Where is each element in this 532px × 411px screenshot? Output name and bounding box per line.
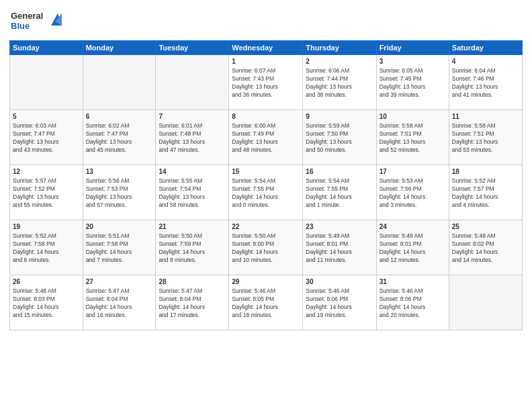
calendar-cell [156,55,229,110]
day-info: Sunrise: 5:54 AM Sunset: 7:55 PM Dayligh… [306,177,373,210]
day-info: Sunrise: 5:54 AM Sunset: 7:55 PM Dayligh… [232,177,300,210]
calendar-cell [83,55,156,110]
day-info: Sunrise: 5:56 AM Sunset: 7:53 PM Dayligh… [86,177,153,210]
calendar-cell: 12Sunrise: 5:57 AM Sunset: 7:52 PM Dayli… [10,165,83,220]
weekday-header-friday: Friday [376,41,449,55]
day-number: 7 [159,112,226,122]
day-number: 1 [232,57,300,66]
calendar-cell: 30Sunrise: 5:46 AM Sunset: 8:06 PM Dayli… [303,275,376,330]
svg-text:Blue: Blue [11,21,30,31]
calendar-header-row: SundayMondayTuesdayWednesdayThursdayFrid… [10,41,523,55]
calendar-week-1: 1Sunrise: 6:07 AM Sunset: 7:43 PM Daylig… [10,55,523,110]
day-number: 25 [452,222,519,232]
day-number: 24 [380,222,446,232]
calendar-cell: 28Sunrise: 5:47 AM Sunset: 8:04 PM Dayli… [156,275,229,330]
day-number: 18 [452,167,519,177]
header: General Blue [9,7,523,36]
day-number: 29 [232,277,300,287]
calendar-cell: 27Sunrise: 5:47 AM Sunset: 8:04 PM Dayli… [83,275,156,330]
calendar: SundayMondayTuesdayWednesdayThursdayFrid… [9,40,523,330]
calendar-cell: 21Sunrise: 5:50 AM Sunset: 7:59 PM Dayli… [156,220,229,275]
calendar-cell: 2Sunrise: 6:06 AM Sunset: 7:44 PM Daylig… [303,55,376,110]
calendar-week-5: 26Sunrise: 5:48 AM Sunset: 8:03 PM Dayli… [10,275,523,330]
weekday-header-saturday: Saturday [449,41,522,55]
day-info: Sunrise: 6:04 AM Sunset: 7:46 PM Dayligh… [452,67,519,99]
calendar-cell: 8Sunrise: 6:00 AM Sunset: 7:49 PM Daylig… [229,110,303,165]
day-number: 12 [13,167,80,177]
day-number: 14 [159,167,226,177]
day-info: Sunrise: 5:46 AM Sunset: 8:06 PM Dayligh… [380,287,446,320]
calendar-cell: 3Sunrise: 6:05 AM Sunset: 7:45 PM Daylig… [376,55,449,110]
day-info: Sunrise: 5:52 AM Sunset: 7:57 PM Dayligh… [452,177,519,210]
day-info: Sunrise: 5:46 AM Sunset: 8:05 PM Dayligh… [232,287,300,320]
day-number: 20 [86,222,153,232]
day-info: Sunrise: 5:53 AM Sunset: 7:56 PM Dayligh… [380,177,446,210]
calendar-cell: 9Sunrise: 5:59 AM Sunset: 7:50 PM Daylig… [303,110,376,165]
weekday-header-monday: Monday [83,41,156,55]
day-info: Sunrise: 5:47 AM Sunset: 8:04 PM Dayligh… [86,287,153,320]
day-number: 28 [159,277,226,287]
calendar-cell: 20Sunrise: 5:51 AM Sunset: 7:58 PM Dayli… [83,220,156,275]
day-number: 27 [86,277,153,287]
day-info: Sunrise: 5:50 AM Sunset: 7:59 PM Dayligh… [159,232,226,265]
calendar-cell: 19Sunrise: 5:52 AM Sunset: 7:58 PM Dayli… [10,220,83,275]
calendar-cell: 15Sunrise: 5:54 AM Sunset: 7:55 PM Dayli… [229,165,303,220]
calendar-cell: 13Sunrise: 5:56 AM Sunset: 7:53 PM Dayli… [83,165,156,220]
weekday-header-tuesday: Tuesday [156,41,229,55]
day-info: Sunrise: 5:58 AM Sunset: 7:51 PM Dayligh… [452,122,519,154]
day-number: 10 [380,112,446,122]
day-number: 2 [306,57,373,66]
day-info: Sunrise: 5:49 AM Sunset: 8:01 PM Dayligh… [380,232,446,265]
weekday-header-wednesday: Wednesday [229,41,303,55]
day-info: Sunrise: 5:59 AM Sunset: 7:50 PM Dayligh… [306,122,373,154]
day-info: Sunrise: 6:01 AM Sunset: 7:48 PM Dayligh… [159,122,226,154]
calendar-cell: 23Sunrise: 5:49 AM Sunset: 8:01 PM Dayli… [303,220,376,275]
calendar-cell: 26Sunrise: 5:48 AM Sunset: 8:03 PM Dayli… [10,275,83,330]
day-info: Sunrise: 5:48 AM Sunset: 8:03 PM Dayligh… [13,287,80,320]
day-info: Sunrise: 5:57 AM Sunset: 7:52 PM Dayligh… [13,177,80,210]
day-info: Sunrise: 6:05 AM Sunset: 7:45 PM Dayligh… [380,67,446,99]
calendar-cell: 1Sunrise: 6:07 AM Sunset: 7:43 PM Daylig… [229,55,303,110]
calendar-cell: 29Sunrise: 5:46 AM Sunset: 8:05 PM Dayli… [229,275,303,330]
day-info: Sunrise: 5:47 AM Sunset: 8:04 PM Dayligh… [159,287,226,320]
day-info: Sunrise: 5:50 AM Sunset: 8:00 PM Dayligh… [232,232,300,265]
day-number: 5 [13,112,80,122]
calendar-cell: 24Sunrise: 5:49 AM Sunset: 8:01 PM Dayli… [376,220,449,275]
calendar-cell [449,275,522,330]
calendar-week-3: 12Sunrise: 5:57 AM Sunset: 7:52 PM Dayli… [10,165,523,220]
day-info: Sunrise: 5:52 AM Sunset: 7:58 PM Dayligh… [13,232,80,265]
day-number: 9 [306,112,373,122]
logo: General Blue [9,7,63,36]
day-info: Sunrise: 5:58 AM Sunset: 7:51 PM Dayligh… [380,122,446,154]
calendar-week-2: 5Sunrise: 6:03 AM Sunset: 7:47 PM Daylig… [10,110,523,165]
day-number: 23 [306,222,373,232]
day-number: 11 [452,112,519,122]
day-number: 17 [380,167,446,177]
day-number: 16 [306,167,373,177]
day-info: Sunrise: 5:55 AM Sunset: 7:54 PM Dayligh… [159,177,226,210]
svg-text:General: General [11,11,43,21]
day-number: 22 [232,222,300,232]
calendar-cell: 16Sunrise: 5:54 AM Sunset: 7:55 PM Dayli… [303,165,376,220]
day-info: Sunrise: 6:03 AM Sunset: 7:47 PM Dayligh… [13,122,80,154]
calendar-cell: 7Sunrise: 6:01 AM Sunset: 7:48 PM Daylig… [156,110,229,165]
day-number: 21 [159,222,226,232]
day-number: 3 [380,57,446,66]
calendar-cell: 18Sunrise: 5:52 AM Sunset: 7:57 PM Dayli… [449,165,522,220]
calendar-cell: 25Sunrise: 5:48 AM Sunset: 8:02 PM Dayli… [449,220,522,275]
calendar-cell: 5Sunrise: 6:03 AM Sunset: 7:47 PM Daylig… [10,110,83,165]
day-info: Sunrise: 6:06 AM Sunset: 7:44 PM Dayligh… [306,67,373,99]
calendar-cell: 6Sunrise: 6:02 AM Sunset: 7:47 PM Daylig… [83,110,156,165]
calendar-week-4: 19Sunrise: 5:52 AM Sunset: 7:58 PM Dayli… [10,220,523,275]
calendar-cell: 10Sunrise: 5:58 AM Sunset: 7:51 PM Dayli… [376,110,449,165]
day-number: 13 [86,167,153,177]
day-info: Sunrise: 6:07 AM Sunset: 7:43 PM Dayligh… [232,67,300,99]
day-number: 30 [306,277,373,287]
calendar-cell [10,55,83,110]
calendar-cell: 17Sunrise: 5:53 AM Sunset: 7:56 PM Dayli… [376,165,449,220]
day-info: Sunrise: 5:48 AM Sunset: 8:02 PM Dayligh… [452,232,519,265]
day-info: Sunrise: 5:49 AM Sunset: 8:01 PM Dayligh… [306,232,373,265]
page: General Blue SundayMondayTuesdayWednesda… [0,0,532,411]
day-number: 8 [232,112,300,122]
day-number: 4 [452,57,519,66]
